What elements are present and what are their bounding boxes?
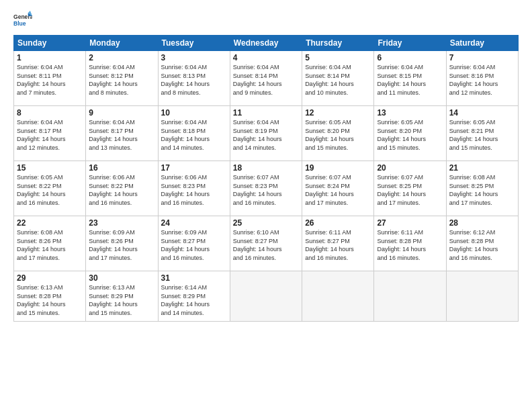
- day-info: Sunrise: 6:04 AM Sunset: 8:16 PM Dayligh…: [449, 63, 515, 97]
- day-number: 16: [89, 163, 154, 173]
- calendar-cell: [230, 271, 302, 322]
- day-number: 10: [161, 108, 227, 118]
- day-number: 31: [161, 273, 227, 283]
- day-number: 27: [377, 218, 443, 228]
- calendar-cell: 10Sunrise: 6:04 AM Sunset: 8:18 PM Dayli…: [158, 106, 230, 161]
- day-info: Sunrise: 6:04 AM Sunset: 8:17 PM Dayligh…: [17, 118, 83, 152]
- day-info: Sunrise: 6:11 AM Sunset: 8:27 PM Dayligh…: [305, 228, 371, 262]
- day-info: Sunrise: 6:07 AM Sunset: 8:24 PM Dayligh…: [305, 173, 371, 207]
- day-number: 8: [17, 108, 83, 118]
- calendar-cell: 1Sunrise: 6:04 AM Sunset: 8:11 PM Daylig…: [14, 51, 86, 106]
- day-number: 25: [233, 218, 299, 228]
- day-info: Sunrise: 6:05 AM Sunset: 8:21 PM Dayligh…: [449, 118, 515, 152]
- day-number: 21: [449, 163, 515, 173]
- day-number: 24: [161, 218, 227, 228]
- day-info: Sunrise: 6:11 AM Sunset: 8:28 PM Dayligh…: [377, 228, 443, 262]
- weekday-header-sunday: Sunday: [14, 36, 86, 51]
- week-row-3: 15Sunrise: 6:05 AM Sunset: 8:22 PM Dayli…: [14, 161, 519, 216]
- day-number: 15: [17, 163, 83, 173]
- calendar-cell: 28Sunrise: 6:12 AM Sunset: 8:28 PM Dayli…: [446, 216, 518, 271]
- calendar-cell: 14Sunrise: 6:05 AM Sunset: 8:21 PM Dayli…: [446, 106, 518, 161]
- header: General Blue: [13, 11, 519, 30]
- calendar-cell: 7Sunrise: 6:04 AM Sunset: 8:16 PM Daylig…: [446, 51, 518, 106]
- day-number: 11: [233, 108, 299, 118]
- day-info: Sunrise: 6:04 AM Sunset: 8:18 PM Dayligh…: [161, 118, 227, 152]
- calendar-cell: 25Sunrise: 6:10 AM Sunset: 8:27 PM Dayli…: [230, 216, 302, 271]
- day-number: 5: [305, 53, 371, 62]
- weekday-header-monday: Monday: [86, 36, 158, 51]
- calendar-cell: 8Sunrise: 6:04 AM Sunset: 8:17 PM Daylig…: [14, 106, 86, 161]
- week-row-4: 22Sunrise: 6:08 AM Sunset: 8:26 PM Dayli…: [14, 216, 519, 271]
- calendar-cell: [302, 271, 374, 322]
- calendar-cell: [446, 271, 518, 322]
- day-info: Sunrise: 6:08 AM Sunset: 8:25 PM Dayligh…: [449, 173, 515, 207]
- calendar-cell: 2Sunrise: 6:04 AM Sunset: 8:12 PM Daylig…: [86, 51, 158, 106]
- day-info: Sunrise: 6:07 AM Sunset: 8:25 PM Dayligh…: [377, 173, 443, 207]
- day-info: Sunrise: 6:08 AM Sunset: 8:26 PM Dayligh…: [17, 228, 83, 262]
- calendar-cell: 11Sunrise: 6:04 AM Sunset: 8:19 PM Dayli…: [230, 106, 302, 161]
- day-number: 14: [449, 108, 515, 118]
- calendar-cell: 21Sunrise: 6:08 AM Sunset: 8:25 PM Dayli…: [446, 161, 518, 216]
- calendar-cell: 18Sunrise: 6:07 AM Sunset: 8:23 PM Dayli…: [230, 161, 302, 216]
- day-number: 2: [89, 53, 154, 62]
- weekday-header-row: SundayMondayTuesdayWednesdayThursdayFrid…: [14, 36, 519, 51]
- day-info: Sunrise: 6:10 AM Sunset: 8:27 PM Dayligh…: [233, 228, 299, 262]
- calendar-cell: [374, 271, 446, 322]
- day-info: Sunrise: 6:05 AM Sunset: 8:20 PM Dayligh…: [305, 118, 371, 152]
- day-number: 13: [377, 108, 443, 118]
- calendar-cell: 17Sunrise: 6:06 AM Sunset: 8:23 PM Dayli…: [158, 161, 230, 216]
- calendar-cell: 16Sunrise: 6:06 AM Sunset: 8:22 PM Dayli…: [86, 161, 158, 216]
- day-info: Sunrise: 6:07 AM Sunset: 8:23 PM Dayligh…: [233, 173, 299, 207]
- week-row-5: 29Sunrise: 6:13 AM Sunset: 8:28 PM Dayli…: [14, 271, 519, 322]
- day-number: 23: [89, 218, 154, 228]
- logo: General Blue: [13, 11, 32, 30]
- calendar-cell: 5Sunrise: 6:04 AM Sunset: 8:14 PM Daylig…: [302, 51, 374, 106]
- calendar-cell: 27Sunrise: 6:11 AM Sunset: 8:28 PM Dayli…: [374, 216, 446, 271]
- calendar-table: SundayMondayTuesdayWednesdayThursdayFrid…: [13, 35, 519, 322]
- day-number: 22: [17, 218, 83, 228]
- calendar-cell: 19Sunrise: 6:07 AM Sunset: 8:24 PM Dayli…: [302, 161, 374, 216]
- svg-text:Blue: Blue: [13, 20, 26, 27]
- day-info: Sunrise: 6:06 AM Sunset: 8:23 PM Dayligh…: [161, 173, 227, 207]
- day-number: 17: [161, 163, 227, 173]
- calendar-cell: 24Sunrise: 6:09 AM Sunset: 8:27 PM Dayli…: [158, 216, 230, 271]
- day-info: Sunrise: 6:04 AM Sunset: 8:14 PM Dayligh…: [233, 63, 299, 97]
- day-info: Sunrise: 6:06 AM Sunset: 8:22 PM Dayligh…: [89, 173, 154, 207]
- day-info: Sunrise: 6:04 AM Sunset: 8:12 PM Dayligh…: [89, 63, 154, 97]
- day-info: Sunrise: 6:04 AM Sunset: 8:13 PM Dayligh…: [161, 63, 227, 97]
- calendar-cell: 9Sunrise: 6:04 AM Sunset: 8:17 PM Daylig…: [86, 106, 158, 161]
- day-number: 6: [377, 53, 443, 62]
- day-number: 26: [305, 218, 371, 228]
- day-info: Sunrise: 6:14 AM Sunset: 8:29 PM Dayligh…: [161, 283, 227, 317]
- calendar-cell: 23Sunrise: 6:09 AM Sunset: 8:26 PM Dayli…: [86, 216, 158, 271]
- weekday-header-friday: Friday: [374, 36, 446, 51]
- calendar-cell: 12Sunrise: 6:05 AM Sunset: 8:20 PM Dayli…: [302, 106, 374, 161]
- day-number: 29: [17, 273, 83, 283]
- calendar-cell: 6Sunrise: 6:04 AM Sunset: 8:15 PM Daylig…: [374, 51, 446, 106]
- day-number: 19: [305, 163, 371, 173]
- weekday-header-thursday: Thursday: [302, 36, 374, 51]
- calendar-cell: 31Sunrise: 6:14 AM Sunset: 8:29 PM Dayli…: [158, 271, 230, 322]
- page: General Blue SundayMondayTuesdayWednesda…: [0, 0, 532, 411]
- day-number: 30: [89, 273, 154, 283]
- calendar-cell: 29Sunrise: 6:13 AM Sunset: 8:28 PM Dayli…: [14, 271, 86, 322]
- week-row-1: 1Sunrise: 6:04 AM Sunset: 8:11 PM Daylig…: [14, 51, 519, 106]
- day-info: Sunrise: 6:04 AM Sunset: 8:15 PM Dayligh…: [377, 63, 443, 97]
- calendar-cell: 30Sunrise: 6:13 AM Sunset: 8:29 PM Dayli…: [86, 271, 158, 322]
- weekday-header-wednesday: Wednesday: [230, 36, 302, 51]
- weekday-header-saturday: Saturday: [446, 36, 518, 51]
- day-info: Sunrise: 6:12 AM Sunset: 8:28 PM Dayligh…: [449, 228, 515, 262]
- day-info: Sunrise: 6:13 AM Sunset: 8:29 PM Dayligh…: [89, 283, 154, 317]
- calendar-cell: 26Sunrise: 6:11 AM Sunset: 8:27 PM Dayli…: [302, 216, 374, 271]
- day-info: Sunrise: 6:04 AM Sunset: 8:14 PM Dayligh…: [305, 63, 371, 97]
- day-info: Sunrise: 6:04 AM Sunset: 8:19 PM Dayligh…: [233, 118, 299, 152]
- day-info: Sunrise: 6:05 AM Sunset: 8:20 PM Dayligh…: [377, 118, 443, 152]
- day-info: Sunrise: 6:09 AM Sunset: 8:27 PM Dayligh…: [161, 228, 227, 262]
- day-info: Sunrise: 6:05 AM Sunset: 8:22 PM Dayligh…: [17, 173, 83, 207]
- day-info: Sunrise: 6:04 AM Sunset: 8:17 PM Dayligh…: [89, 118, 154, 152]
- calendar-cell: 13Sunrise: 6:05 AM Sunset: 8:20 PM Dayli…: [374, 106, 446, 161]
- day-number: 9: [89, 108, 154, 118]
- day-number: 1: [17, 53, 83, 62]
- day-number: 3: [161, 53, 227, 62]
- calendar-cell: 3Sunrise: 6:04 AM Sunset: 8:13 PM Daylig…: [158, 51, 230, 106]
